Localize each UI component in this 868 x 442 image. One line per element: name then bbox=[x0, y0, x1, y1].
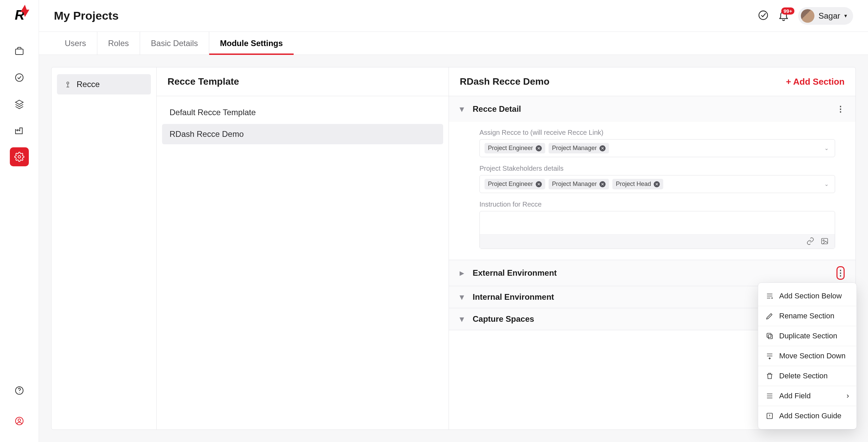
image-icon[interactable] bbox=[821, 237, 829, 247]
field-stakeholders: Project Stakeholders details Project Eng… bbox=[479, 165, 835, 193]
svg-point-8 bbox=[67, 82, 69, 84]
section-external-environment: ▸ External Environment ⋮ Add Section Bel… bbox=[449, 260, 855, 286]
tab-users[interactable]: Users bbox=[54, 32, 97, 55]
chevron-down-icon: ▾ bbox=[844, 13, 847, 19]
field-label: Project Stakeholders details bbox=[479, 165, 835, 172]
nav-support-icon[interactable] bbox=[10, 412, 29, 430]
svg-rect-9 bbox=[822, 238, 828, 244]
logo: R bbox=[15, 7, 24, 23]
nav-layers-icon[interactable] bbox=[10, 94, 29, 113]
chevron-down-icon: ⌄ bbox=[824, 145, 829, 151]
username: Sagar bbox=[818, 11, 840, 21]
nav-help-icon[interactable] bbox=[10, 381, 29, 400]
remove-icon[interactable]: ✕ bbox=[536, 145, 542, 151]
section-title: Internal Environment bbox=[473, 292, 554, 302]
section-title: Capture Spaces bbox=[473, 314, 534, 324]
tab-module-settings[interactable]: Module Settings bbox=[209, 32, 294, 55]
remove-icon[interactable]: ✕ bbox=[654, 181, 660, 187]
svg-rect-11 bbox=[768, 335, 772, 339]
svg-point-4 bbox=[19, 392, 20, 393]
svg-point-10 bbox=[823, 240, 824, 241]
module-label: Recce bbox=[77, 80, 100, 89]
section-kebab-icon[interactable]: ⋮ bbox=[836, 102, 845, 116]
nav-check-icon[interactable] bbox=[10, 68, 29, 87]
avatar bbox=[801, 9, 814, 23]
menu-add-section-guide[interactable]: Add Section Guide bbox=[758, 406, 856, 426]
add-section-button[interactable]: + Add Section bbox=[786, 77, 845, 87]
template-item-rdash-demo[interactable]: RDash Recce Demo bbox=[162, 124, 443, 144]
section-kebab-icon[interactable]: ⋮ bbox=[836, 266, 845, 280]
svg-point-14 bbox=[769, 417, 770, 417]
remove-icon[interactable]: ✕ bbox=[599, 181, 606, 187]
menu-add-section-below[interactable]: Add Section Below bbox=[758, 286, 856, 306]
section-head-external[interactable]: ▸ External Environment ⋮ bbox=[449, 260, 855, 286]
tabs: Users Roles Basic Details Module Setting… bbox=[39, 32, 868, 55]
remove-icon[interactable]: ✕ bbox=[536, 181, 542, 187]
tab-basic-details[interactable]: Basic Details bbox=[140, 32, 209, 55]
section-title: Recce Detail bbox=[473, 104, 521, 114]
tag-project-manager[interactable]: Project Manager✕ bbox=[549, 179, 609, 189]
user-menu[interactable]: Sagar ▾ bbox=[798, 7, 853, 25]
detail-panel: RDash Recce Demo + Add Section ▾ Recce D… bbox=[449, 67, 855, 429]
svg-rect-12 bbox=[767, 333, 771, 337]
nav-settings-icon[interactable] bbox=[10, 147, 29, 166]
chevron-right-icon: › bbox=[847, 392, 849, 400]
tab-roles[interactable]: Roles bbox=[97, 32, 140, 55]
chevron-down-icon: ▾ bbox=[460, 292, 464, 302]
menu-add-field[interactable]: Add Field› bbox=[758, 386, 856, 406]
topbar-check-icon[interactable] bbox=[757, 9, 769, 22]
field-label: Assign Recce to (will receive Recce Link… bbox=[479, 129, 835, 136]
chevron-down-icon: ⌄ bbox=[824, 181, 829, 187]
chevron-down-icon: ▾ bbox=[460, 104, 464, 114]
tag-project-engineer[interactable]: Project Engineer✕ bbox=[485, 179, 545, 189]
tag-project-engineer[interactable]: Project Engineer✕ bbox=[485, 143, 545, 153]
template-panel-title: Recce Template bbox=[157, 67, 449, 96]
notifications-button[interactable]: 99+ bbox=[778, 9, 789, 22]
svg-point-1 bbox=[16, 74, 23, 82]
menu-duplicate-section[interactable]: Duplicate Section bbox=[758, 326, 856, 346]
field-instruction: Instruction for Recce bbox=[479, 201, 835, 249]
menu-delete-section[interactable]: Delete Section bbox=[758, 366, 856, 386]
recce-icon bbox=[64, 80, 72, 88]
template-item-default[interactable]: Default Recce Template bbox=[162, 102, 443, 123]
detail-title: RDash Recce Demo bbox=[460, 76, 550, 87]
svg-point-7 bbox=[759, 11, 768, 20]
instruction-input[interactable] bbox=[479, 211, 835, 249]
field-assign: Assign Recce to (will receive Recce Link… bbox=[479, 129, 835, 157]
rich-toolbar bbox=[480, 234, 835, 249]
page-title: My Projects bbox=[54, 9, 119, 22]
chevron-right-icon: ▸ bbox=[460, 268, 464, 278]
svg-point-6 bbox=[18, 419, 21, 422]
sidebar: R bbox=[0, 0, 39, 442]
template-panel: Recce Template Default Recce Template RD… bbox=[157, 67, 449, 429]
menu-rename-section[interactable]: Rename Section bbox=[758, 306, 856, 326]
module-list: Recce bbox=[52, 67, 157, 429]
stakeholders-select[interactable]: Project Engineer✕ Project Manager✕ Proje… bbox=[479, 175, 835, 193]
menu-move-section-down[interactable]: Move Section Down bbox=[758, 346, 856, 366]
module-recce[interactable]: Recce bbox=[57, 74, 151, 94]
link-icon[interactable] bbox=[806, 237, 814, 247]
notification-badge: 99+ bbox=[781, 7, 794, 15]
svg-point-2 bbox=[18, 155, 21, 158]
tag-project-manager[interactable]: Project Manager✕ bbox=[549, 143, 609, 153]
tag-project-head[interactable]: Project Head✕ bbox=[612, 179, 663, 189]
section-recce-detail: ▾ Recce Detail ⋮ Assign Recce to (will r… bbox=[449, 96, 855, 260]
section-menu: Add Section Below Rename Section Duplica… bbox=[758, 282, 857, 429]
section-head-recce-detail[interactable]: ▾ Recce Detail ⋮ bbox=[449, 96, 855, 122]
svg-rect-0 bbox=[16, 49, 23, 55]
chevron-down-icon: ▾ bbox=[460, 314, 464, 324]
nav-briefcase-icon[interactable] bbox=[10, 42, 29, 61]
section-title: External Environment bbox=[473, 268, 557, 278]
field-label: Instruction for Recce bbox=[479, 201, 835, 208]
nav-factory-icon[interactable] bbox=[10, 121, 29, 140]
assign-select[interactable]: Project Engineer✕ Project Manager✕ ⌄ bbox=[479, 139, 835, 157]
remove-icon[interactable]: ✕ bbox=[599, 145, 606, 151]
topbar: My Projects 99+ Sagar ▾ bbox=[39, 0, 868, 32]
